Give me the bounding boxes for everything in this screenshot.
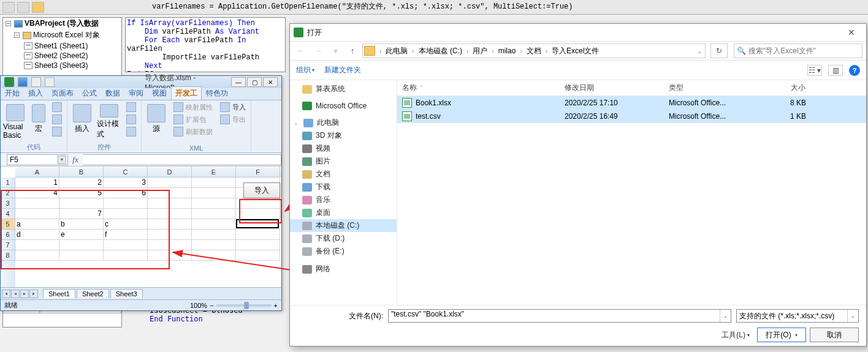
preview-toggle[interactable]: ▥ [828,65,843,76]
maximize-button[interactable]: ▢ [247,77,262,87]
insert-control-button[interactable]: 插入 [70,102,94,140]
tab-review[interactable]: 审阅 [124,86,148,100]
sheet-tab[interactable]: Sheet1 [43,289,75,298]
row-header[interactable]: 5 [1,219,15,230]
relative-ref[interactable] [50,114,64,125]
cell[interactable]: 2 [59,178,104,188]
close-button[interactable]: ✕ [840,26,862,39]
tools-menu[interactable]: 工具(L)▾ [721,330,750,340]
chevron-down-icon[interactable]: ⌄ [695,48,704,54]
chevron-down-icon[interactable]: ⌄ [847,310,858,322]
tab-insert[interactable]: 插入 [24,86,47,100]
view-code[interactable] [124,114,139,125]
col-header[interactable]: C [104,167,148,178]
tab-data[interactable]: 数据 [101,86,124,100]
cell[interactable] [148,250,192,261]
cell[interactable] [192,178,236,188]
worksheet-area[interactable]: A B C D E F 1 2 3 4 5 6 7 8 1 2 3 [1,167,281,287]
cell[interactable]: 5 [59,188,104,198]
close-button[interactable]: ✕ [263,77,278,87]
row-header[interactable]: 2 [1,188,15,198]
cell[interactable]: a [15,219,59,230]
row-header[interactable]: 3 [1,198,15,209]
undo-button[interactable] [31,77,41,87]
cell[interactable] [236,209,280,219]
expand-icon[interactable]: − [6,21,11,26]
nav-up[interactable]: ↑ [345,43,360,58]
sheet-nav[interactable]: ◂◂▸▸ [2,290,38,298]
new-folder-button[interactable]: 新建文件夹 [324,65,361,75]
crumb[interactable]: 导入Excel文件 [549,44,601,58]
row-header[interactable]: 7 [1,240,15,250]
col-date[interactable]: 修改日期 [560,80,664,95]
view-mode-button[interactable]: ☷ ▾ [807,65,822,76]
cell[interactable] [192,240,236,250]
macro-button[interactable]: 宏 [30,102,47,140]
cell[interactable] [15,240,59,250]
chevron-down-icon[interactable]: ▾ [58,155,66,164]
cell[interactable] [192,219,236,230]
file-row[interactable]: Book1.xlsx 2020/2/25 17:10 Microsoft Off… [397,96,866,110]
tab-view[interactable]: 视图 [148,86,171,100]
open-button[interactable]: 打开(O)▾ [757,328,806,342]
nav-back[interactable]: ← [294,43,308,58]
chevron-down-icon[interactable]: ⌄ [720,310,731,322]
chevron-down-icon[interactable]: ⌄ [294,120,300,126]
cell[interactable] [59,198,104,209]
nav-forward[interactable]: → [311,43,326,58]
breadcrumb[interactable]: › 此电脑› 本地磁盘 (C:)› 用户› milao› 文档› 导入Excel… [362,43,706,58]
formula-bar[interactable] [83,154,281,165]
tab-developer[interactable]: 开发工 [171,86,202,100]
vba-btn-folder[interactable] [32,2,44,13]
help-icon[interactable]: ? [849,65,860,76]
tab-home[interactable]: 开始 [1,86,24,100]
cell[interactable] [192,230,236,240]
cell[interactable]: 4 [15,188,59,198]
cell[interactable] [104,209,148,219]
crumb[interactable]: 文档 [524,44,544,58]
crumb[interactable]: milao [496,44,519,58]
sheet-tab[interactable]: Sheet2 [77,289,109,298]
fx-icon[interactable]: fx [68,155,83,165]
search-input[interactable]: 🔍 搜索"导入Excel文件" [734,43,862,58]
cell[interactable] [148,209,192,219]
cell[interactable] [192,198,236,209]
cell[interactable]: 1 [15,178,59,188]
col-size[interactable]: 大小 [750,80,811,95]
cell[interactable] [15,198,59,209]
source-button[interactable]: 源 [144,102,169,140]
filetype-filter[interactable]: 支持的文件 (*.xls;*.xlsx;*.csv)⌄ [736,309,859,323]
cell[interactable] [192,188,236,198]
col-header[interactable]: E [192,167,236,178]
refresh-button[interactable]: ↻ [710,43,728,58]
vba-btn2[interactable] [17,2,29,13]
sheet-tab[interactable]: Sheet3 [110,289,143,298]
cell[interactable]: b [59,219,104,230]
vba-btn1[interactable] [2,2,15,13]
cell[interactable] [104,198,148,209]
cell[interactable] [59,250,104,261]
cell[interactable]: d [15,230,59,240]
col-header[interactable]: B [59,167,104,178]
crumb[interactable]: 用户 [470,44,490,58]
cell[interactable] [104,240,148,250]
col-type[interactable]: 类型 [664,80,750,95]
col-header[interactable]: A [15,167,59,178]
zoom-in[interactable]: + [274,302,278,309]
sheet-node[interactable]: Sheet3 (Sheet3) [34,61,88,70]
save-button[interactable] [18,77,28,87]
cell[interactable]: 3 [104,178,148,188]
office-button[interactable] [4,77,14,87]
cell[interactable]: e [59,230,104,240]
macro-security[interactable] [50,126,64,137]
sheet-node[interactable]: Sheet1 (Sheet1) [34,42,88,50]
code-pane[interactable]: If IsArray(varFilenames) Then Dim varFil… [125,17,286,72]
name-box[interactable]: F5▾ [7,154,68,165]
cell[interactable] [236,198,280,209]
cell[interactable] [148,230,192,240]
cell[interactable]: 7 [59,209,104,219]
cell[interactable] [59,240,104,250]
cell[interactable] [148,178,192,188]
cell[interactable] [148,219,192,230]
row-header[interactable]: 6 [1,230,15,240]
